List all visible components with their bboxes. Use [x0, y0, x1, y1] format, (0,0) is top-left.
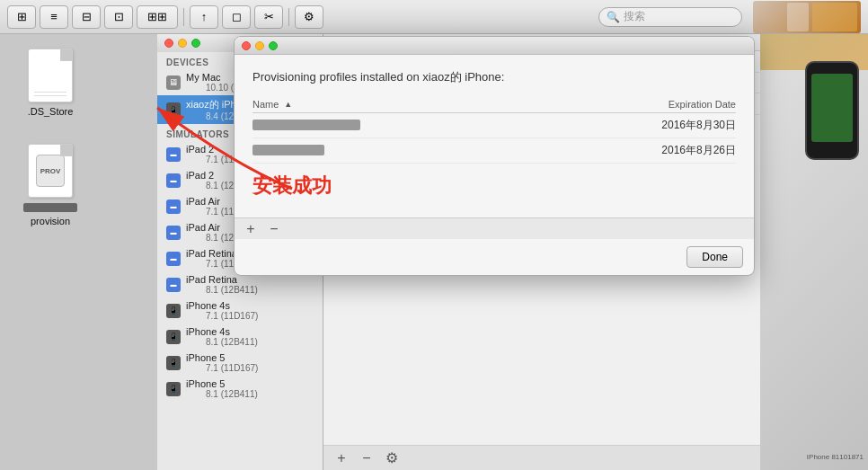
modal-maximize-btn[interactable] — [269, 41, 278, 50]
toolbar-view-btn-4[interactable]: ⊡ — [104, 5, 133, 29]
toolbar: ⊞ ≡ ⊟ ⊡ ⊞⊞ ↑ ◻ ✂ ⚙ 🔍 搜索 — [0, 0, 868, 34]
toolbar-action-btn-1[interactable]: ↑ — [190, 5, 218, 29]
iphone4s-1-name: iPhone 4s — [186, 300, 258, 311]
modal-bottom-bar: + − — [235, 217, 754, 239]
ipad-icon-5: ▬ — [166, 252, 181, 266]
modal-titlebar — [235, 37, 754, 55]
iphone5-1-name: iPhone 5 — [186, 352, 258, 363]
toolbar-search[interactable]: 🔍 搜索 — [598, 7, 742, 27]
toolbar-action-btn-2[interactable]: ◻ — [222, 5, 251, 29]
monitor-icon: 🖥 — [166, 75, 181, 90]
sidebar-item-iphone5-1[interactable]: 📱 iPhone 5 7.1 (11D167) — [157, 350, 323, 376]
iphone-icon: 📱 — [166, 102, 181, 117]
modal-col-name: Name ▲ — [252, 99, 619, 110]
top-right-deco — [753, 1, 861, 33]
iphone-label: IPhone 81101871 — [807, 453, 864, 461]
modal-remove-btn[interactable]: − — [265, 220, 283, 238]
modal-body: Provisioning profiles installed on xiaoz… — [235, 55, 754, 217]
iphone5-2-name: iPhone 5 — [186, 378, 258, 389]
modal-col-date: Expiration Date — [619, 99, 736, 110]
modal-title: Provisioning profiles installed on xiaoz… — [252, 69, 736, 85]
sidebar-item-iphone4s-1[interactable]: 📱 iPhone 4s 7.1 (11D167) — [157, 297, 323, 324]
ipad-icon-2: ▬ — [166, 173, 181, 188]
sidebar-item-iphone5-2[interactable]: 📱 iPhone 5 8.1 (12B411) — [157, 376, 323, 402]
iphone-icon-1: 📱 — [166, 304, 181, 318]
ds-store-label: .DS_Store — [28, 106, 74, 117]
settings-profile-btn[interactable]: ⚙ — [383, 449, 401, 467]
modal-row-1-name — [252, 118, 619, 133]
prov-badge: PROV — [36, 155, 65, 187]
prov-file-icon[interactable]: PROV provision — [14, 144, 86, 226]
toolbar-divider-2 — [288, 8, 289, 26]
iphone4s-2-sub: 8.1 (12B411) — [186, 337, 258, 347]
prov-label-blur — [23, 203, 77, 212]
modal-row-2-date: 2016年8月26日 — [619, 143, 736, 158]
modal-dialog: Provisioning profiles installed on xiaoz… — [234, 36, 755, 276]
sort-arrow-icon: ▲ — [284, 100, 292, 109]
iphone5-2-sub: 8.1 (12B411) — [186, 389, 258, 399]
modal-row-1-date: 2016年8月30日 — [619, 118, 736, 133]
iphone5-1-sub: 7.1 (11D167) — [186, 363, 258, 373]
right-decoration: IPhone 81101871 — [760, 34, 868, 470]
prov-label-line2: provision — [31, 216, 70, 226]
ipad-icon-1: ▬ — [166, 147, 181, 162]
search-placeholder: 搜索 — [624, 9, 645, 24]
iphone-icon-2: 📱 — [166, 330, 181, 344]
toolbar-view-btn-2[interactable]: ≡ — [40, 5, 68, 29]
prov-icon: PROV — [28, 144, 73, 198]
modal-add-btn[interactable]: + — [242, 220, 260, 238]
name-col-label: Name — [252, 99, 279, 110]
success-text: 安装成功 — [252, 164, 736, 207]
minimize-btn[interactable] — [178, 39, 187, 48]
ds-store-paper — [28, 49, 73, 102]
ipadretina-2-sub: 8.1 (12B411) — [186, 285, 258, 295]
desktop-area: .DS_Store PROV provision — [0, 34, 157, 470]
toolbar-view-btn-1[interactable]: ⊞ — [7, 5, 36, 29]
prov-bottom-bar: + − ⚙ — [323, 445, 760, 470]
iphone4s-2-name: iPhone 4s — [186, 326, 258, 337]
ipad-icon-4: ▬ — [166, 226, 181, 240]
modal-row-2-name-blur — [252, 145, 324, 155]
iphone-decoration — [805, 61, 859, 160]
modal-rows: 2016年8月30日 2016年8月26日 安装成功 — [252, 113, 736, 207]
modal-row-1[interactable]: 2016年8月30日 — [252, 113, 736, 138]
toolbar-view-btn-3[interactable]: ⊟ — [72, 5, 101, 29]
modal-table-header: Name ▲ Expiration Date — [252, 96, 736, 113]
remove-profile-btn[interactable]: − — [358, 449, 376, 467]
maximize-btn[interactable] — [191, 39, 200, 48]
add-profile-btn[interactable]: + — [332, 449, 350, 467]
modal-minimize-btn[interactable] — [255, 41, 264, 50]
sidebar-item-iphone4s-2[interactable]: 📱 iPhone 4s 8.1 (12B411) — [157, 324, 323, 350]
done-button[interactable]: Done — [686, 246, 743, 268]
ipad-icon-6: ▬ — [166, 278, 181, 292]
ipad-icon-3: ▬ — [166, 200, 181, 214]
toolbar-action-btn-3[interactable]: ✂ — [254, 5, 283, 29]
modal-row-1-name-blur — [252, 120, 360, 130]
modal-footer: Done — [235, 239, 754, 275]
search-icon: 🔍 — [607, 11, 620, 23]
toolbar-action-btn-4[interactable]: ⚙ — [295, 5, 323, 29]
iphone-icon-4: 📱 — [166, 382, 181, 396]
toolbar-divider-1 — [183, 8, 184, 26]
modal-close-btn[interactable] — [242, 41, 251, 50]
iphone-icon-3: 📱 — [166, 356, 181, 370]
modal-row-2-name — [252, 143, 619, 158]
iphone4s-1-sub: 7.1 (11D167) — [186, 311, 258, 321]
close-btn[interactable] — [164, 39, 173, 48]
iphone-screen — [811, 74, 853, 142]
modal-row-2[interactable]: 2016年8月26日 — [252, 138, 736, 164]
toolbar-view-btn-5[interactable]: ⊞⊞ — [137, 5, 178, 29]
ds-store-icon[interactable]: .DS_Store — [14, 49, 86, 117]
